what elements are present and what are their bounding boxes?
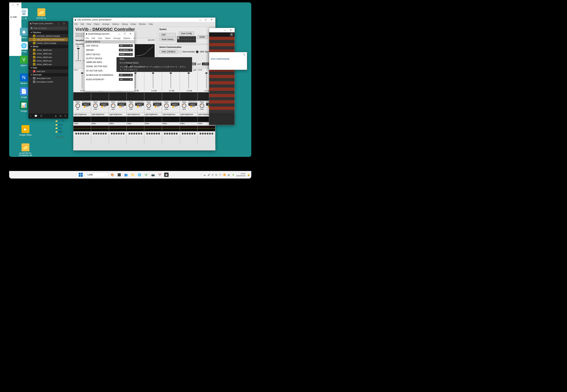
pitch-knob[interactable]: [147, 103, 151, 108]
camera-icon[interactable]: 📷: [151, 173, 155, 177]
pitch-knob[interactable]: [164, 103, 169, 108]
fader-handle[interactable]: [152, 72, 154, 74]
project-item[interactable]: Pccbt_tonechime_sensor.maxpat: [29, 38, 68, 41]
chat-icon[interactable]: 💬: [34, 115, 37, 117]
dmx-disable-button[interactable]: DMX_DISABLE: [159, 50, 178, 54]
freq-value[interactable]: ▸830.6: [100, 103, 108, 106]
desktop-icon[interactable]: 🗑️ゴミ箱: [16, 8, 32, 20]
menu-item[interactable]: Arrange: [102, 23, 110, 25]
folder-item[interactable]: 📁 画面: [55, 130, 73, 134]
menu-item[interactable]: Object: [105, 37, 111, 39]
max-icon[interactable]: ☐: [203, 18, 209, 21]
freq-value[interactable]: ▸830.6: [135, 103, 144, 106]
freq-value[interactable]: ▸987.8: [82, 103, 91, 106]
wifi-icon[interactable]: 📶: [223, 174, 226, 176]
desktop-icon[interactable]: 📁EZCAD for: [33, 8, 49, 19]
freq-value[interactable]: ▸830.6: [171, 103, 179, 106]
desktop-icon[interactable]: ▸Google Slides: [17, 125, 33, 136]
pitch-knob[interactable]: [93, 103, 98, 108]
project-item[interactable]: Preceive_demo.maxpat: [29, 41, 68, 45]
menu-item[interactable]: >>: [133, 37, 135, 39]
refresh-icon[interactable]: ↻: [64, 115, 66, 117]
cloud-icon[interactable]: ☁: [204, 174, 206, 176]
menu-item[interactable]: File: [75, 23, 78, 25]
menu-item[interactable]: Edit: [92, 37, 95, 39]
fader-handle[interactable]: [205, 72, 207, 74]
dropdown-option[interactable]: In 1-2 (Roland Rubix): [117, 61, 192, 65]
fader-handle[interactable]: [77, 48, 79, 49]
notification-icon[interactable]: 🔔: [247, 174, 250, 176]
explorer-icon[interactable]: 📁: [130, 173, 135, 177]
add-icon[interactable]: +: [230, 33, 233, 36]
menu-item[interactable]: View: [87, 23, 91, 25]
folder-item[interactable]: 📁 ja-EZ: [55, 123, 73, 126]
pitch-knob[interactable]: [111, 103, 115, 108]
gear-icon[interactable]: ⚙: [60, 115, 62, 117]
demo-button[interactable]: DEMO: [197, 35, 208, 39]
project-item[interactable]: Penvelope_detector.maxpat: [29, 34, 68, 38]
setting-select[interactable]: Off▼: [119, 44, 133, 47]
min-icon[interactable]: —: [56, 22, 61, 25]
close-icon[interactable]: ✕: [228, 29, 233, 31]
fader-handle[interactable]: [134, 72, 136, 74]
max-icon[interactable]: ☐: [61, 22, 67, 25]
project-item[interactable]: Achime_aflat5.wav: [29, 52, 68, 56]
menu-item[interactable]: Edit: [80, 23, 84, 25]
taskbar-search[interactable]: 🔍 検索: [85, 172, 108, 177]
freq-value[interactable]: ▸830.6: [118, 103, 126, 106]
battery-icon[interactable]: 🔋: [232, 174, 234, 176]
setting-select[interactable]: Off▼: [119, 78, 133, 81]
search-icon[interactable]: 🔍: [243, 53, 245, 56]
volume-icon[interactable]: 🔊: [228, 174, 230, 176]
setting-select[interactable]: ad_directs...▼: [119, 49, 133, 51]
taskbar-app[interactable]: ✂️: [157, 173, 162, 177]
close-icon[interactable]: ✕: [209, 18, 214, 21]
taskbar-app[interactable]: 🎨: [110, 173, 115, 177]
project-item[interactable]: Odmxusbpro.mxo: [29, 76, 68, 80]
max-taskbar-icon[interactable]: ◉: [164, 173, 169, 177]
dropdown-option[interactable]: None: [117, 57, 192, 61]
pitch-knob[interactable]: [182, 103, 186, 108]
max-icon[interactable]: ☐: [122, 33, 128, 35]
project-item[interactable]: Achime_aflat4.wav: [29, 48, 68, 52]
info-icon[interactable]: ⓘ: [219, 173, 221, 176]
layers-icon[interactable]: ◈: [55, 115, 57, 117]
menu-item[interactable]: File: [86, 37, 89, 39]
project-item[interactable]: Achime_eflat5.wav: [29, 63, 68, 66]
close-icon[interactable]: ✕: [128, 33, 133, 35]
menu-item[interactable]: Object: [94, 23, 100, 25]
clock[interactable]: 14:012024/07/23: [236, 173, 245, 177]
section-header[interactable]: ▼ Media: [29, 45, 68, 48]
freq-value[interactable]: ▸830.6: [189, 103, 197, 106]
menu-item[interactable]: Options: [123, 37, 130, 39]
fader-handle[interactable]: [81, 72, 83, 74]
pitch-knob[interactable]: [75, 103, 80, 108]
taskbar-app[interactable]: W: [144, 173, 148, 177]
section-header[interactable]: ▼ Data: [29, 66, 68, 70]
section-header[interactable]: ▼ Externals: [29, 73, 68, 76]
menu-item[interactable]: View: [98, 37, 102, 39]
dropdown-option[interactable]: マイク配 ( MIPI SoundWire® オーディオ向けインテル® スマート…: [117, 65, 192, 72]
save-config-button[interactable]: Save Config: [179, 32, 194, 35]
project-item[interactable]: Odmxusbpro.mxe64: [29, 80, 68, 84]
menu-item[interactable]: Options: [112, 23, 119, 25]
input-device-dropdown[interactable]: NoneIn 1-2 (Roland Rubix)マイク配 ( MIPI Sou…: [117, 57, 192, 72]
freq-value[interactable]: ▸830.6: [153, 103, 162, 106]
taskbar-app[interactable]: ⬛: [117, 173, 121, 177]
min-icon[interactable]: —: [197, 19, 203, 21]
folder-item[interactable]: 📁 ビデオ: [55, 119, 73, 123]
chevron-up-icon[interactable]: ˄: [201, 174, 202, 176]
min-icon[interactable]: —: [222, 29, 228, 31]
chrome-icon[interactable]: 🌐: [137, 173, 142, 177]
checkbox[interactable]: [179, 51, 181, 53]
min-icon[interactable]: —: [117, 33, 122, 35]
pitch-knob[interactable]: [129, 103, 133, 108]
list-icon[interactable]: ☰: [40, 115, 42, 117]
project-item[interactable]: Jmain.json: [29, 70, 68, 73]
dsp-button[interactable]: DSP: [159, 33, 176, 37]
start-button[interactable]: [78, 172, 83, 177]
fader-handle[interactable]: [170, 72, 172, 74]
min-icon[interactable]: —: [11, 4, 15, 6]
project-item[interactable]: Achime_bflat4.wav: [29, 56, 68, 59]
add-icon[interactable]: +: [30, 115, 32, 117]
